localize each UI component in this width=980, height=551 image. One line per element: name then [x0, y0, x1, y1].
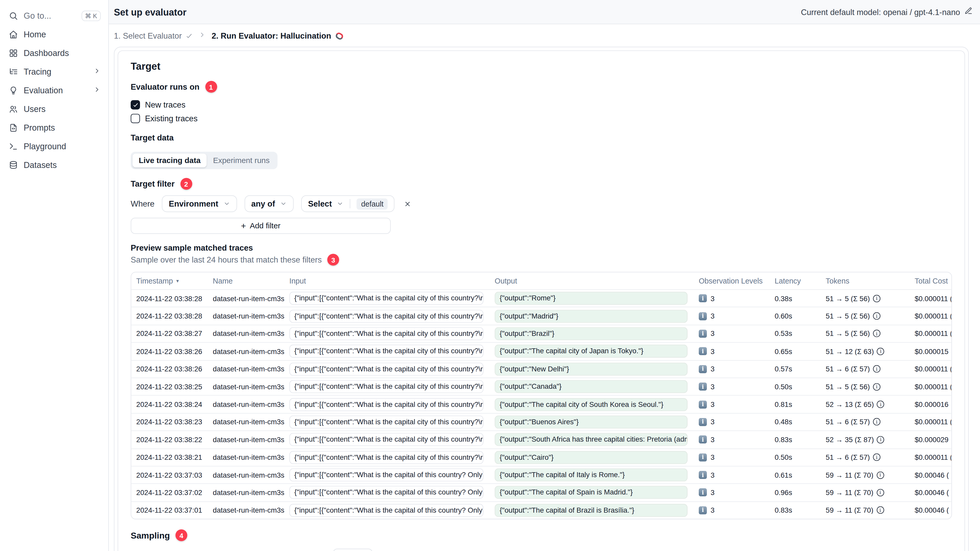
- output-json[interactable]: {"output":"Cairo"}: [495, 451, 687, 464]
- breadcrumb-step2[interactable]: 2. Run Evaluator: Hallucination: [212, 31, 344, 40]
- column-header-total-cost[interactable]: Total Cost: [910, 276, 952, 285]
- sidebar-item-datasets[interactable]: Datasets: [0, 156, 108, 174]
- cell-total-cost: $0.000016: [910, 401, 952, 408]
- info-circle-icon[interactable]: i: [873, 312, 880, 320]
- output-json[interactable]: {"output":"South Africa has three capita…: [495, 433, 687, 446]
- output-json[interactable]: {"output":"New Delhi"}: [495, 363, 687, 376]
- table-row[interactable]: 2024-11-22 03:38:24dataset-run-item-cm3s…: [131, 395, 951, 413]
- info-circle-icon[interactable]: i: [877, 507, 884, 514]
- add-filter-button[interactable]: + Add filter: [130, 218, 391, 234]
- output-json[interactable]: {"output":"The capital city of South Kor…: [495, 398, 687, 411]
- info-circle-icon[interactable]: i: [873, 454, 880, 461]
- input-json[interactable]: {"input":[{"content":"What is the capita…: [290, 292, 484, 305]
- input-json[interactable]: {"input":[{"content":"What is the capita…: [290, 363, 484, 376]
- info-circle-icon[interactable]: i: [873, 383, 880, 391]
- column-header-latency[interactable]: Latency: [770, 276, 821, 285]
- token-counts: 51 → 6 (Σ 57): [826, 365, 870, 373]
- segment-experiment-runs[interactable]: Experiment runs: [207, 154, 276, 167]
- pencil-icon[interactable]: [964, 7, 972, 17]
- breadcrumb-step1[interactable]: 1. Select Evaluator: [114, 31, 193, 40]
- table-row[interactable]: 2024-11-22 03:37:01dataset-run-item-cm3s…: [131, 501, 951, 519]
- cell-observation-levels: i3: [694, 489, 770, 497]
- cell-timestamp: 2024-11-22 03:37:02: [131, 489, 208, 496]
- column-header-input[interactable]: Input: [285, 276, 490, 285]
- info-circle-icon[interactable]: i: [877, 401, 885, 408]
- segment-live-tracing-data[interactable]: Live tracing data: [132, 154, 207, 167]
- input-json[interactable]: {"input":[{"content":"What is the capita…: [290, 416, 484, 429]
- table-row[interactable]: 2024-11-22 03:38:26dataset-run-item-cm3s…: [131, 342, 951, 360]
- app-window: Go to... ⌘ K HomeDashboardsTracingEvalua…: [0, 0, 980, 551]
- cell-input: {"input":[{"content":"What is the capita…: [285, 327, 490, 340]
- info-circle-icon[interactable]: i: [877, 436, 885, 443]
- output-json[interactable]: {"output":"Brazil"}: [495, 327, 687, 340]
- table-row[interactable]: 2024-11-22 03:38:28dataset-run-item-cm3s…: [131, 307, 951, 324]
- input-json[interactable]: {"input":[{"content":"What is the capita…: [290, 486, 484, 499]
- sidebar-item-evaluation[interactable]: Evaluation: [0, 81, 108, 100]
- input-json[interactable]: {"input":[{"content":"What is the capita…: [290, 433, 484, 446]
- column-header-observation-levels[interactable]: Observation Levels: [694, 276, 770, 285]
- token-counts: 51 → 6 (Σ 57): [826, 454, 870, 461]
- output-json[interactable]: {"output":"Canada"}: [495, 380, 687, 393]
- info-circle-icon[interactable]: i: [873, 295, 880, 302]
- filter-field-select[interactable]: Environment: [162, 195, 237, 212]
- sidebar-item-prompts[interactable]: Prompts: [0, 118, 108, 137]
- checkbox-new-traces[interactable]: New traces: [130, 98, 952, 111]
- table-row[interactable]: 2024-11-22 03:38:23dataset-run-item-cm3s…: [131, 413, 951, 430]
- input-json[interactable]: {"input":[{"content":"What is the capita…: [290, 451, 484, 464]
- info-circle-icon[interactable]: i: [877, 489, 884, 496]
- table-row[interactable]: 2024-11-22 03:38:21dataset-run-item-cm3s…: [131, 448, 951, 466]
- checkbox-unchecked-icon[interactable]: [130, 114, 140, 123]
- column-header-timestamp[interactable]: Timestamp▼: [131, 276, 208, 285]
- table-row[interactable]: 2024-11-22 03:38:28dataset-run-item-cm3s…: [131, 289, 951, 307]
- plus-icon: +: [241, 221, 246, 230]
- output-json[interactable]: {"output":"The capital of Brazil is Bras…: [495, 504, 687, 517]
- column-header-output[interactable]: Output: [490, 276, 694, 285]
- sidebar-item-playground[interactable]: Playground: [0, 137, 108, 156]
- input-json[interactable]: {"input":[{"content":"What is the capita…: [290, 327, 484, 340]
- sidebar-nav: HomeDashboardsTracingEvaluationUsersProm…: [0, 25, 108, 174]
- sidebar-item-home[interactable]: Home: [0, 25, 108, 44]
- table-row[interactable]: 2024-11-22 03:38:22dataset-run-item-cm3s…: [131, 430, 951, 448]
- sidebar-item-dashboards[interactable]: Dashboards: [0, 44, 108, 62]
- info-circle-icon[interactable]: i: [873, 330, 880, 337]
- observation-count: 3: [711, 436, 714, 443]
- sampling-value-input[interactable]: 100.00: [333, 549, 373, 551]
- cell-name: dataset-run-item-cm3s4: [208, 489, 285, 496]
- table-row[interactable]: 2024-11-22 03:37:03dataset-run-item-cm3s…: [131, 466, 951, 483]
- input-json[interactable]: {"input":[{"content":"What is the capita…: [290, 398, 484, 411]
- filter-operator-select[interactable]: any of: [245, 195, 294, 212]
- output-json[interactable]: {"output":"The capital of Italy is Rome.…: [495, 468, 687, 481]
- input-json[interactable]: {"input":[{"content":"What is the capita…: [290, 345, 484, 358]
- input-json[interactable]: {"input":[{"content":"What is the capita…: [290, 504, 484, 517]
- table-row[interactable]: 2024-11-22 03:38:27dataset-run-item-cm3s…: [131, 324, 951, 342]
- column-header-name[interactable]: Name: [208, 276, 285, 285]
- input-json[interactable]: {"input":[{"content":"What is the capita…: [290, 468, 484, 481]
- table-row[interactable]: 2024-11-22 03:38:25dataset-run-item-cm3s…: [131, 378, 951, 395]
- sidebar-item-users[interactable]: Users: [0, 100, 108, 118]
- table-row[interactable]: 2024-11-22 03:38:26dataset-run-item-cm3s…: [131, 360, 951, 378]
- output-json[interactable]: {"output":"Madrid"}: [495, 310, 687, 322]
- checkbox-existing-traces[interactable]: Existing traces: [130, 112, 952, 125]
- table-row[interactable]: 2024-11-22 03:37:02dataset-run-item-cm3s…: [131, 484, 951, 501]
- output-json[interactable]: {"output":"The capital city of Japan is …: [495, 345, 687, 358]
- checkbox-checked-icon[interactable]: [130, 100, 140, 110]
- info-circle-icon[interactable]: i: [877, 471, 884, 479]
- cell-latency: 0.50s: [770, 383, 821, 391]
- info-circle-icon[interactable]: i: [873, 418, 880, 426]
- output-json[interactable]: {"output":"The capital of Spain is Madri…: [495, 486, 687, 499]
- go-to-search[interactable]: Go to... ⌘ K: [0, 6, 108, 25]
- output-json[interactable]: {"output":"Buenos Aires"}: [495, 416, 687, 429]
- info-circle-icon[interactable]: i: [873, 365, 880, 373]
- output-json[interactable]: {"output":"Rome"}: [495, 292, 687, 305]
- sidebar-item-tracing[interactable]: Tracing: [0, 62, 108, 81]
- table-header-row: Timestamp▼ Name Input Output Observation…: [131, 272, 951, 289]
- cell-input: {"input":[{"content":"What is the capita…: [285, 468, 490, 481]
- input-json[interactable]: {"input":[{"content":"What is the capita…: [290, 380, 484, 393]
- sidebar-item-label: Prompts: [24, 123, 101, 132]
- filter-value-select[interactable]: Select default: [301, 195, 395, 212]
- remove-filter-button[interactable]: [402, 198, 413, 209]
- info-circle-icon[interactable]: i: [877, 348, 885, 355]
- column-header-tokens[interactable]: Tokens: [821, 276, 910, 285]
- input-json[interactable]: {"input":[{"content":"What is the capita…: [290, 310, 484, 322]
- cell-input: {"input":[{"content":"What is the capita…: [285, 398, 490, 411]
